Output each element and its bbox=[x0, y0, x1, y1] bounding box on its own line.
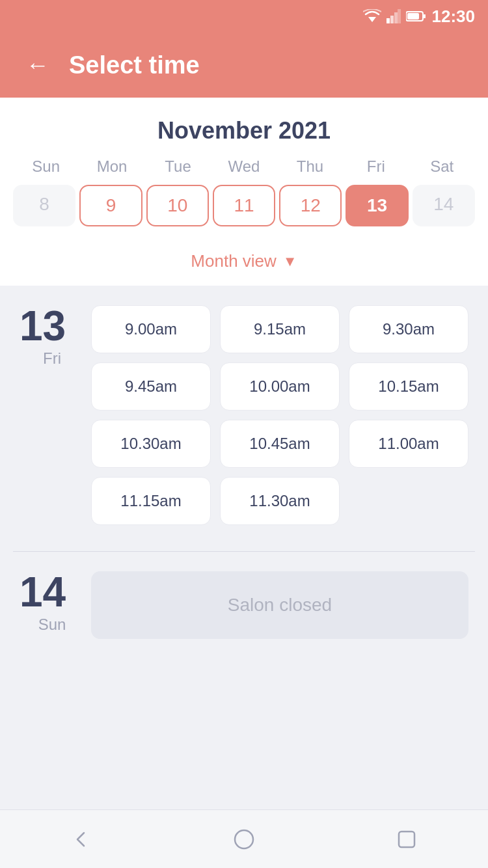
day-14-label: 14 Sun bbox=[20, 571, 85, 634]
weekday-wed: Wed bbox=[211, 157, 277, 176]
weekday-mon: Mon bbox=[79, 157, 144, 176]
svg-rect-3 bbox=[394, 12, 398, 23]
day-14: 14 bbox=[413, 185, 475, 226]
weekday-headers: Sun Mon Tue Wed Thu Fri Sat bbox=[13, 157, 475, 176]
salon-closed-box: Salon closed bbox=[91, 571, 468, 639]
weekday-tue: Tue bbox=[145, 157, 211, 176]
svg-rect-2 bbox=[390, 16, 394, 23]
svg-rect-4 bbox=[398, 9, 401, 23]
day-14-name: Sun bbox=[20, 616, 85, 634]
slot-900am[interactable]: 9.00am bbox=[91, 305, 211, 353]
slot-930am[interactable]: 9.30am bbox=[349, 305, 468, 353]
svg-rect-9 bbox=[399, 832, 414, 847]
back-button[interactable]: ← bbox=[26, 53, 49, 77]
slot-945am[interactable]: 9.45am bbox=[91, 362, 211, 411]
home-nav-icon bbox=[232, 828, 256, 851]
svg-point-8 bbox=[235, 830, 253, 848]
slot-1000am[interactable]: 10.00am bbox=[220, 362, 340, 411]
nav-home-button[interactable] bbox=[224, 820, 264, 859]
status-icons bbox=[363, 9, 426, 23]
signal-icon bbox=[386, 9, 401, 23]
day-13-num: 13 bbox=[20, 305, 85, 347]
day-8: 8 bbox=[13, 185, 75, 226]
day-13-slots: 9.00am 9.15am 9.30am 9.45am 10.00am 10.1… bbox=[91, 305, 468, 525]
chevron-down-icon: ▼ bbox=[283, 253, 297, 270]
day-14-num: 14 bbox=[20, 571, 85, 613]
day-13-label: 13 Fri bbox=[20, 305, 85, 368]
svg-marker-0 bbox=[368, 17, 376, 22]
weekday-sat: Sat bbox=[409, 157, 475, 176]
slot-1030am[interactable]: 10.30am bbox=[91, 420, 211, 468]
svg-rect-7 bbox=[407, 13, 419, 20]
slot-1100am[interactable]: 11.00am bbox=[349, 420, 468, 468]
day-divider bbox=[13, 551, 475, 552]
back-nav-icon bbox=[70, 828, 93, 851]
salon-closed-label: Salon closed bbox=[228, 595, 332, 616]
month-view-toggle[interactable]: Month view ▼ bbox=[13, 239, 475, 286]
month-title: November 2021 bbox=[13, 117, 475, 144]
day-13[interactable]: 13 bbox=[346, 185, 408, 226]
day-9[interactable]: 9 bbox=[79, 185, 142, 226]
nav-back-button[interactable] bbox=[62, 820, 101, 859]
slot-1115am[interactable]: 11.15am bbox=[91, 477, 211, 525]
day-10[interactable]: 10 bbox=[146, 185, 209, 226]
bottom-nav bbox=[0, 809, 488, 868]
slot-1015am[interactable]: 10.15am bbox=[349, 362, 468, 411]
day-12[interactable]: 12 bbox=[279, 185, 342, 226]
battery-icon bbox=[406, 10, 426, 22]
svg-rect-1 bbox=[386, 18, 390, 23]
status-time: 12:30 bbox=[432, 7, 476, 27]
month-view-label: Month view bbox=[191, 251, 277, 271]
slot-1045am[interactable]: 10.45am bbox=[220, 420, 340, 468]
recent-nav-icon bbox=[395, 828, 418, 851]
day-13-row: 13 Fri 9.00am 9.15am 9.30am 9.45am 10.00… bbox=[0, 292, 488, 545]
weekday-thu: Thu bbox=[277, 157, 343, 176]
day-14-row: 14 Sun Salon closed bbox=[0, 558, 488, 658]
day-11[interactable]: 11 bbox=[213, 185, 275, 226]
status-bar: 12:30 bbox=[0, 0, 488, 33]
svg-rect-6 bbox=[424, 14, 426, 18]
nav-recent-button[interactable] bbox=[387, 820, 426, 859]
page-title: Select time bbox=[69, 51, 200, 79]
weekday-fri: Fri bbox=[343, 157, 409, 176]
slot-915am[interactable]: 9.15am bbox=[220, 305, 340, 353]
week-row: 8 9 10 11 12 13 14 bbox=[13, 185, 475, 239]
day-13-name: Fri bbox=[20, 349, 85, 368]
calendar-section: November 2021 Sun Mon Tue Wed Thu Fri Sa… bbox=[0, 98, 488, 286]
timeslots-section: 13 Fri 9.00am 9.15am 9.30am 9.45am 10.00… bbox=[0, 286, 488, 809]
slot-1130am[interactable]: 11.30am bbox=[220, 477, 340, 525]
weekday-sun: Sun bbox=[13, 157, 79, 176]
app-header: ← Select time bbox=[0, 33, 488, 98]
wifi-icon bbox=[363, 9, 381, 23]
